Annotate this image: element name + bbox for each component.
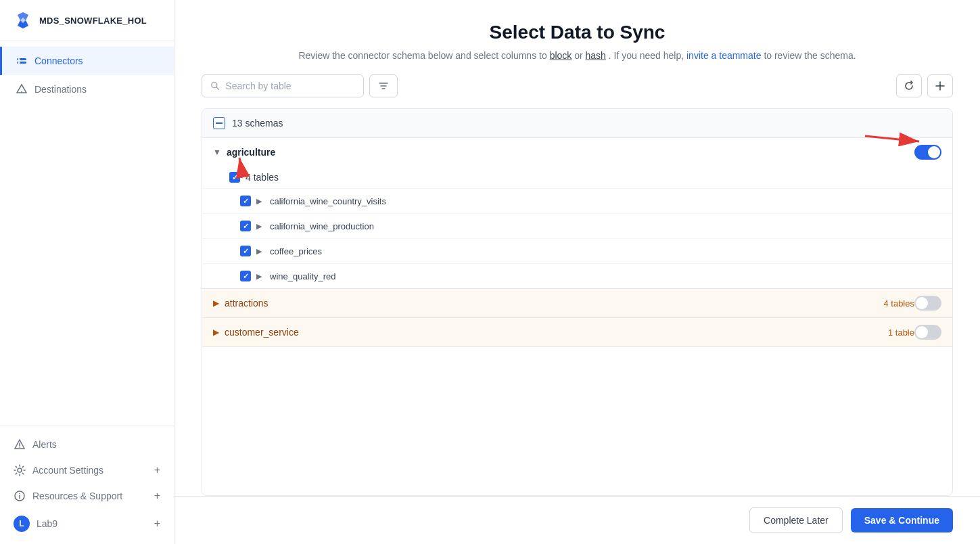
- sidebar-bottom: Alerts Account Settings + Resources & Su…: [0, 426, 174, 544]
- agriculture-toggle[interactable]: [914, 145, 941, 160]
- customer-service-chevron: ▶: [213, 327, 219, 337]
- gear-icon: [14, 464, 26, 476]
- sidebar-item-user[interactable]: L Lab9 +: [0, 509, 174, 539]
- subtitle-text-2: . If you need help,: [609, 50, 684, 61]
- agriculture-header[interactable]: ▼ agriculture: [202, 138, 952, 166]
- toolbar-right: [896, 74, 953, 97]
- agriculture-tables-count-row: 4 tables: [202, 166, 952, 189]
- alerts-label: Alerts: [32, 439, 57, 450]
- california-wine-production-checkbox[interactable]: [240, 221, 251, 231]
- destinations-label: Destinations: [34, 84, 87, 95]
- agriculture-select-all-checkbox[interactable]: [229, 172, 240, 183]
- minus-checkbox[interactable]: [213, 117, 225, 129]
- sidebar-item-connectors[interactable]: Connectors: [0, 47, 174, 75]
- agriculture-chevron: ▼: [213, 148, 221, 157]
- coffee-prices-checkbox[interactable]: [240, 246, 251, 256]
- attractions-header[interactable]: ▶ attractions 4 tables: [202, 289, 952, 317]
- schema-group-agriculture: ▼ agriculture 4 tables ▶ california_wine…: [202, 138, 952, 289]
- california-wine-visits-name: california_wine_country_visits: [270, 196, 941, 206]
- account-settings-expand-icon: +: [154, 464, 160, 476]
- page-header: Select Data to Sync Review the connector…: [174, 0, 980, 74]
- customer-service-name: customer_service: [225, 327, 883, 338]
- expand-collapse-icon: [935, 81, 946, 91]
- svg-point-10: [19, 493, 20, 495]
- table-chevron: ▶: [256, 272, 262, 281]
- main-content: Select Data to Sync Review the connector…: [174, 0, 980, 544]
- search-icon: [210, 81, 220, 91]
- connectors-icon: [16, 55, 28, 67]
- sidebar-item-account-settings[interactable]: Account Settings +: [0, 457, 174, 483]
- california-wine-production-name: california_wine_production: [270, 221, 941, 231]
- complete-later-button[interactable]: Complete Later: [749, 507, 843, 533]
- logo-icon: [14, 11, 32, 30]
- avatar: L: [14, 516, 30, 532]
- sidebar-logo: MDS_SNOWFLAKE_HOL: [0, 0, 174, 41]
- account-settings-label: Account Settings: [32, 465, 103, 476]
- filter-icon: [378, 81, 389, 91]
- schemas-header: 13 schemas: [202, 109, 952, 138]
- save-continue-button[interactable]: Save & Continue: [851, 508, 953, 532]
- invite-link[interactable]: invite a teammate: [686, 50, 762, 61]
- coffee-prices-name: coffee_prices: [270, 246, 941, 256]
- info-icon: [14, 490, 26, 502]
- alert-triangle-icon: [14, 438, 26, 451]
- wine-quality-red-checkbox[interactable]: [240, 271, 251, 281]
- svg-point-4: [21, 91, 22, 93]
- customer-service-header[interactable]: ▶ customer_service 1 table: [202, 318, 952, 346]
- search-box[interactable]: [202, 74, 364, 97]
- page-title: Select Data to Sync: [202, 22, 953, 43]
- sidebar-item-alerts[interactable]: Alerts: [0, 432, 174, 457]
- svg-line-12: [216, 87, 219, 90]
- schema-group-customer-service: ▶ customer_service 1 table: [202, 318, 952, 347]
- schema-group-attractions: ▶ attractions 4 tables: [202, 289, 952, 318]
- resources-label: Resources & Support: [32, 491, 122, 501]
- customer-service-tables-count: 1 table: [888, 327, 914, 338]
- search-input[interactable]: [225, 81, 355, 91]
- agriculture-name: agriculture: [227, 147, 914, 158]
- table-chevron: ▶: [256, 247, 262, 256]
- subtitle-or: or: [574, 50, 585, 61]
- page-subtitle: Review the connector schema below and se…: [202, 50, 953, 61]
- sidebar-item-resources[interactable]: Resources & Support +: [0, 483, 174, 509]
- agriculture-tables-count: 4 tables: [246, 172, 279, 183]
- table-row: ▶ wine_quality_red: [202, 264, 952, 288]
- resources-expand-icon: +: [154, 490, 160, 502]
- sidebar-item-destinations[interactable]: Destinations: [0, 75, 174, 104]
- toolbar: [174, 74, 980, 108]
- schema-list: 13 schemas ▼ agriculture 4 tables ▶ cali…: [202, 108, 953, 496]
- svg-point-2: [18, 58, 20, 60]
- attractions-chevron: ▶: [213, 298, 219, 308]
- schemas-count: 13 schemas: [232, 118, 283, 129]
- attractions-toggle[interactable]: [914, 296, 941, 311]
- svg-point-3: [18, 62, 20, 64]
- subtitle-text-3: to review the schema.: [764, 50, 856, 61]
- california-wine-visits-checkbox[interactable]: [240, 196, 251, 206]
- sidebar-nav: Connectors Destinations: [0, 41, 174, 426]
- sidebar: MDS_SNOWFLAKE_HOL Connectors Destina: [0, 0, 174, 544]
- workspace-name: MDS_SNOWFLAKE_HOL: [39, 16, 147, 26]
- user-expand-icon: +: [154, 518, 160, 530]
- refresh-button[interactable]: [896, 74, 922, 97]
- wine-quality-red-name: wine_quality_red: [270, 271, 941, 281]
- refresh-icon: [904, 81, 914, 91]
- user-label: Lab9: [37, 518, 57, 529]
- hash-link[interactable]: hash: [586, 50, 606, 61]
- customer-service-toggle[interactable]: [914, 325, 941, 340]
- table-chevron: ▶: [256, 222, 262, 231]
- svg-point-7: [18, 468, 22, 472]
- filter-button[interactable]: [369, 74, 398, 97]
- expand-collapse-button[interactable]: [927, 74, 953, 97]
- table-row: ▶ california_wine_country_visits: [202, 189, 952, 214]
- attractions-tables-count: 4 tables: [883, 298, 914, 309]
- footer: Complete Later Save & Continue: [174, 496, 980, 544]
- table-row: ▶ coffee_prices: [202, 239, 952, 264]
- connectors-label: Connectors: [34, 55, 83, 66]
- table-chevron: ▶: [256, 197, 262, 206]
- table-row: ▶ california_wine_production: [202, 214, 952, 239]
- subtitle-text-1: Review the connector schema below and se…: [298, 50, 546, 61]
- svg-point-6: [19, 447, 20, 448]
- attractions-name: attractions: [225, 298, 878, 309]
- destinations-icon: [16, 83, 28, 95]
- block-link[interactable]: block: [550, 50, 572, 61]
